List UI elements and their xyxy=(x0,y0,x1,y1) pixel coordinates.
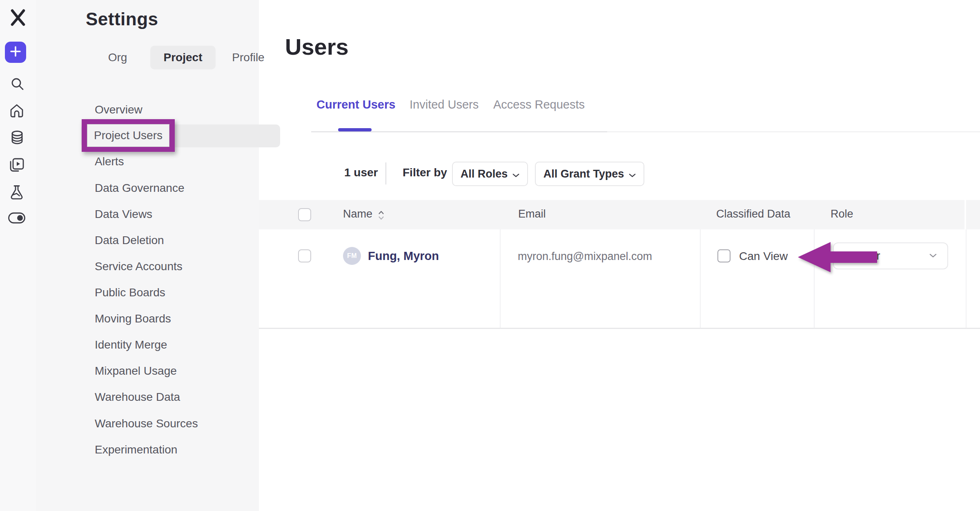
avatar: FM xyxy=(343,247,361,265)
tab-access-requests[interactable]: Access Requests xyxy=(493,98,585,111)
sidebar-item-data-governance[interactable]: Data Governance xyxy=(95,180,184,196)
row-divider xyxy=(259,328,980,329)
column-header-email[interactable]: Email xyxy=(518,208,546,220)
sidebar-item-experimentation[interactable]: Experimentation xyxy=(95,442,177,458)
sidebar-item-data-views[interactable]: Data Views xyxy=(95,206,152,222)
sidebar-item-mixpanel-usage[interactable]: Mixpanel Usage xyxy=(95,363,177,379)
sidebar-item-service-accounts[interactable]: Service Accounts xyxy=(95,258,183,275)
tab-invited-users[interactable]: Invited Users xyxy=(410,98,479,111)
toolbar-divider xyxy=(385,162,386,184)
column-header-classified[interactable]: Classified Data xyxy=(716,208,791,220)
column-header-role[interactable]: Role xyxy=(831,208,853,220)
mixpanel-settings-page: Settings Org Project Profile Overview Pr… xyxy=(0,0,980,511)
column-header-name[interactable]: Name xyxy=(343,208,372,220)
column-divider xyxy=(966,229,967,328)
user-name-link[interactable]: Fung, Myron xyxy=(368,249,439,263)
filter-by-label: Filter by xyxy=(403,166,447,179)
column-divider xyxy=(500,229,501,328)
active-tab-indicator xyxy=(338,128,372,131)
search-icon[interactable] xyxy=(9,75,27,93)
flask-icon[interactable] xyxy=(8,183,26,201)
create-button[interactable] xyxy=(5,42,26,63)
annotation-arrow xyxy=(796,240,879,274)
table-header-gap xyxy=(964,200,966,229)
user-count: 1 user xyxy=(344,166,378,179)
chevron-down-icon xyxy=(929,252,937,260)
page-title: Users xyxy=(285,33,349,60)
tab-project[interactable]: Project xyxy=(150,46,216,69)
mixpanel-logo[interactable] xyxy=(7,7,29,28)
select-all-checkbox[interactable] xyxy=(298,208,311,221)
all-grant-types-dropdown[interactable]: All Grant Types xyxy=(535,162,644,186)
sidebar-item-warehouse-sources[interactable]: Warehouse Sources xyxy=(95,415,198,432)
annotation-box-project-users: Project Users xyxy=(82,119,175,152)
sort-icon[interactable] xyxy=(378,210,384,222)
chevron-down-icon xyxy=(512,168,519,180)
sidebar-item-alerts[interactable]: Alerts xyxy=(95,153,124,170)
settings-sidebar: Settings Org Project Profile Overview Pr… xyxy=(36,0,259,511)
plus-icon xyxy=(5,41,26,64)
tab-org[interactable]: Org xyxy=(97,47,138,69)
icon-rail xyxy=(0,0,36,511)
all-grant-types-label: All Grant Types xyxy=(543,168,624,180)
all-roles-label: All Roles xyxy=(461,168,508,180)
user-email: myron.fung@mixpanel.com xyxy=(518,250,652,263)
boards-icon[interactable] xyxy=(8,156,26,174)
tab-divider xyxy=(311,131,607,132)
home-icon[interactable] xyxy=(8,102,26,120)
classified-data-label: Can View xyxy=(739,250,788,263)
sidebar-item-project-users-label[interactable]: Project Users xyxy=(87,124,169,147)
sidebar-item-warehouse-data[interactable]: Warehouse Data xyxy=(95,389,180,405)
sidebar-item-identity-merge[interactable]: Identity Merge xyxy=(95,337,167,353)
database-icon[interactable] xyxy=(8,129,26,147)
sidebar-item-overview[interactable]: Overview xyxy=(95,102,143,118)
chevron-down-icon xyxy=(629,168,636,180)
toggle-icon[interactable] xyxy=(7,211,27,225)
tab-current-users[interactable]: Current Users xyxy=(316,98,395,111)
tab-divider-extension xyxy=(607,131,980,132)
column-divider xyxy=(700,229,701,328)
tab-profile[interactable]: Profile xyxy=(224,47,273,69)
avatar-initials: FM xyxy=(347,252,357,260)
classified-data-checkbox[interactable] xyxy=(717,249,731,262)
sidebar-item-public-boards[interactable]: Public Boards xyxy=(95,284,165,301)
row-select-checkbox[interactable] xyxy=(298,249,311,262)
all-roles-dropdown[interactable]: All Roles xyxy=(452,162,528,186)
sidebar-item-moving-boards[interactable]: Moving Boards xyxy=(95,311,171,327)
settings-title: Settings xyxy=(86,9,158,29)
sidebar-item-data-deletion[interactable]: Data Deletion xyxy=(95,232,164,249)
